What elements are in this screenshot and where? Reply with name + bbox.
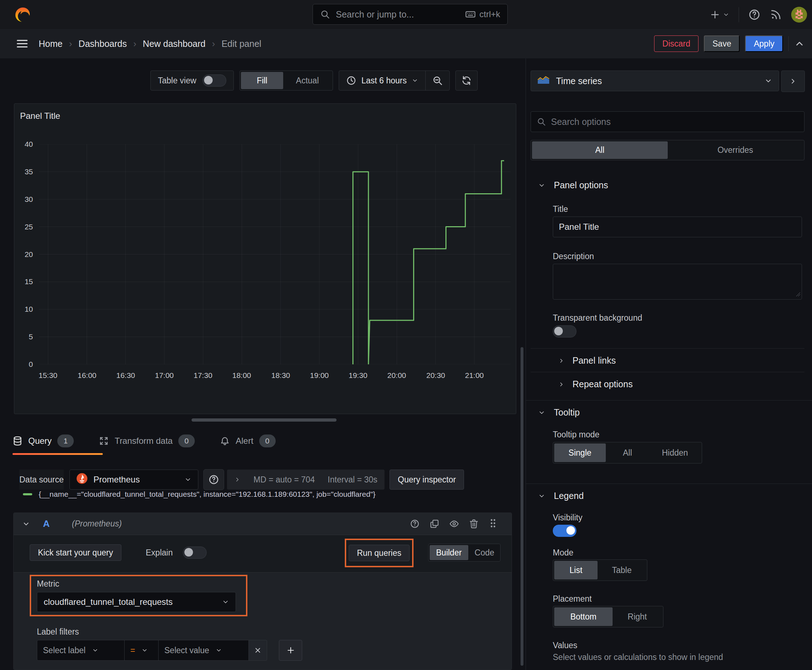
fill-option[interactable]: Fill xyxy=(241,72,283,89)
breadcrumb-edit-panel: Edit panel xyxy=(205,38,261,49)
legend-mode-list[interactable]: List xyxy=(554,561,598,579)
metric-select[interactable]: cloudflared_tunnel_total_requests xyxy=(37,592,236,612)
grafana-logo-icon[interactable] xyxy=(14,7,31,23)
help-icon[interactable] xyxy=(748,8,760,21)
all-tab[interactable]: All xyxy=(532,141,668,159)
panel-preview[interactable]: Panel Title 0510152025303540 15:3016:001… xyxy=(14,103,516,414)
actual-option[interactable]: Actual xyxy=(283,72,332,89)
transparent-background-label: Transparent background xyxy=(553,313,642,323)
code-option[interactable]: Code xyxy=(468,545,501,560)
legend-values-label: Values xyxy=(553,641,578,650)
toggle-viz-picker-button[interactable] xyxy=(781,71,805,92)
legend-placement-bottom[interactable]: Bottom xyxy=(554,607,613,626)
breadcrumb-new-dashboard[interactable]: New dashboard xyxy=(127,38,205,49)
datasource-help-icon[interactable] xyxy=(203,469,224,490)
legend-mode-label: Mode xyxy=(553,548,573,558)
chevron-down-icon xyxy=(141,647,148,653)
overrides-tab[interactable]: Overrides xyxy=(668,141,804,159)
save-button[interactable]: Save xyxy=(704,36,740,52)
time-range-button[interactable]: Last 6 hours xyxy=(339,76,425,86)
tooltip-mode-switch: Single All Hidden xyxy=(553,442,702,464)
chart-legend[interactable]: {__name__="cloudflared_tunnel_total_requ… xyxy=(23,490,376,499)
legend-title: Legend xyxy=(554,491,583,501)
menu-toggle-icon[interactable] xyxy=(16,37,29,50)
chevron-down-icon xyxy=(538,492,545,500)
tab-query[interactable]: Query 1 xyxy=(12,435,74,447)
keyboard-icon xyxy=(465,9,476,20)
news-rss-icon[interactable] xyxy=(770,8,782,21)
global-search-input[interactable]: Search or jump to... ctrl+k xyxy=(312,4,508,25)
remove-filter-button[interactable] xyxy=(249,640,267,661)
legend-header[interactable]: Legend xyxy=(538,491,583,501)
divider xyxy=(788,36,789,51)
duplicate-query-icon[interactable] xyxy=(430,519,439,529)
new-menu-button[interactable] xyxy=(710,10,729,20)
description-textarea[interactable] xyxy=(553,264,802,299)
query-editor-card: A (Prometheus) Kick start your query Exp… xyxy=(13,513,512,670)
delete-query-icon[interactable] xyxy=(469,519,479,529)
explain-toggle[interactable] xyxy=(183,546,207,559)
max-data-points: MD = auto = 704 xyxy=(253,475,315,485)
operator-dropdown[interactable]: = xyxy=(124,640,159,661)
run-queries-button[interactable]: Run queries xyxy=(349,545,410,561)
tooltip-header[interactable]: Tooltip xyxy=(538,407,580,418)
chevron-right-icon xyxy=(789,77,797,85)
table-view-toggle[interactable] xyxy=(203,74,226,86)
interval: Interval = 30s xyxy=(327,475,377,485)
legend-mode-table[interactable]: Table xyxy=(598,561,646,579)
hide-query-icon[interactable] xyxy=(449,519,459,529)
tab-alert-label: Alert xyxy=(236,436,253,446)
time-picker: Last 6 hours xyxy=(339,71,450,91)
chevron-right-icon xyxy=(234,476,241,483)
user-avatar[interactable] xyxy=(791,7,807,22)
query-inspector-button[interactable]: Query inspector xyxy=(390,470,464,490)
drag-handle-icon[interactable] xyxy=(489,519,497,530)
operator-value: = xyxy=(131,646,135,655)
options-search-placeholder: Search options xyxy=(551,117,611,127)
query-options-summary[interactable]: MD = auto = 704 Interval = 30s xyxy=(227,470,385,490)
chevron-down-icon xyxy=(22,520,30,528)
timeseries-icon xyxy=(537,76,549,86)
builder-option[interactable]: Builder xyxy=(430,545,468,560)
time-range-label: Last 6 hours xyxy=(361,76,407,86)
query-row-header[interactable]: A (Prometheus) xyxy=(14,513,512,535)
repeat-options-section[interactable]: Repeat options xyxy=(558,379,632,389)
select-value-dropdown[interactable]: Select value xyxy=(158,640,249,661)
resize-handle-icon[interactable] xyxy=(795,292,800,298)
tooltip-all-option[interactable]: All xyxy=(606,443,649,462)
add-filter-button[interactable] xyxy=(279,640,302,661)
query-help-icon[interactable] xyxy=(410,519,420,529)
transparent-background-toggle[interactable] xyxy=(553,325,576,337)
legend-placement-right[interactable]: Right xyxy=(613,607,662,626)
tab-alert[interactable]: Alert 0 xyxy=(220,435,275,447)
datasource-picker[interactable]: Prometheus xyxy=(70,470,198,490)
legend-visibility-toggle[interactable] xyxy=(553,524,576,537)
discard-button[interactable]: Discard xyxy=(654,36,698,52)
vertical-scrollbar[interactable] xyxy=(520,347,524,666)
options-search-input[interactable]: Search options xyxy=(531,111,805,132)
apply-button[interactable]: Apply xyxy=(745,36,783,52)
datasource-name: Prometheus xyxy=(93,475,140,485)
query-datasource-hint: (Prometheus) xyxy=(72,519,122,529)
zoom-out-button[interactable] xyxy=(425,75,449,86)
legend-mode-switch: List Table xyxy=(553,559,647,581)
legend-visibility-label: Visibility xyxy=(553,513,583,523)
breadcrumb-dashboards[interactable]: Dashboards xyxy=(63,38,127,49)
refresh-button[interactable] xyxy=(455,71,478,91)
tooltip-single-option[interactable]: Single xyxy=(554,443,606,462)
panel-options-header[interactable]: Panel options xyxy=(538,180,608,190)
tooltip-hidden-option[interactable]: Hidden xyxy=(649,443,701,462)
panel-title-input[interactable] xyxy=(553,217,802,237)
kick-start-query-button[interactable]: Kick start your query xyxy=(30,544,121,561)
horizontal-scrollbar[interactable] xyxy=(192,418,337,421)
visualization-picker[interactable]: Time series xyxy=(531,71,779,91)
panel-links-section[interactable]: Panel links xyxy=(558,355,616,366)
search-placeholder: Search or jump to... xyxy=(336,9,465,20)
chevron-down-icon xyxy=(765,77,772,85)
collapse-header-icon[interactable] xyxy=(794,38,805,49)
clock-icon xyxy=(346,76,356,86)
breadcrumb-home[interactable]: Home xyxy=(39,39,63,49)
select-label-dropdown[interactable]: Select label xyxy=(37,640,125,661)
tab-transform[interactable]: Transform data 0 xyxy=(99,435,195,447)
metric-value: cloudflared_tunnel_total_requests xyxy=(44,597,173,607)
